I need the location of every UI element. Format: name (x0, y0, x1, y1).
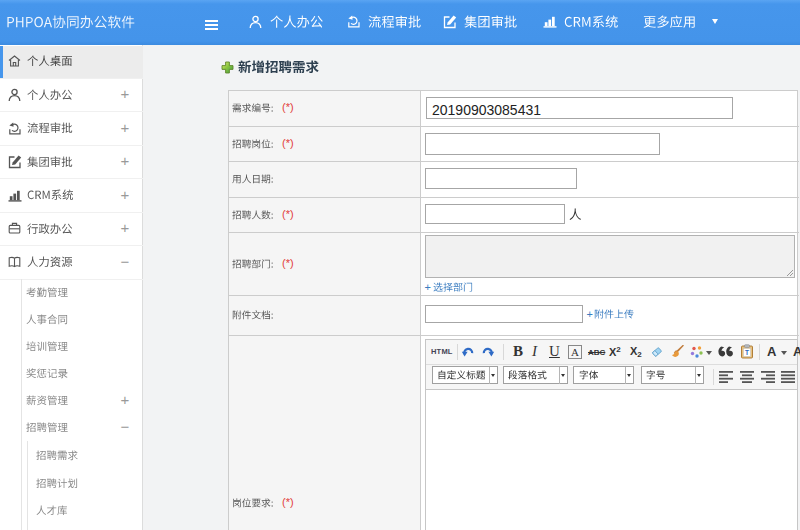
svg-text:T: T (745, 349, 749, 356)
